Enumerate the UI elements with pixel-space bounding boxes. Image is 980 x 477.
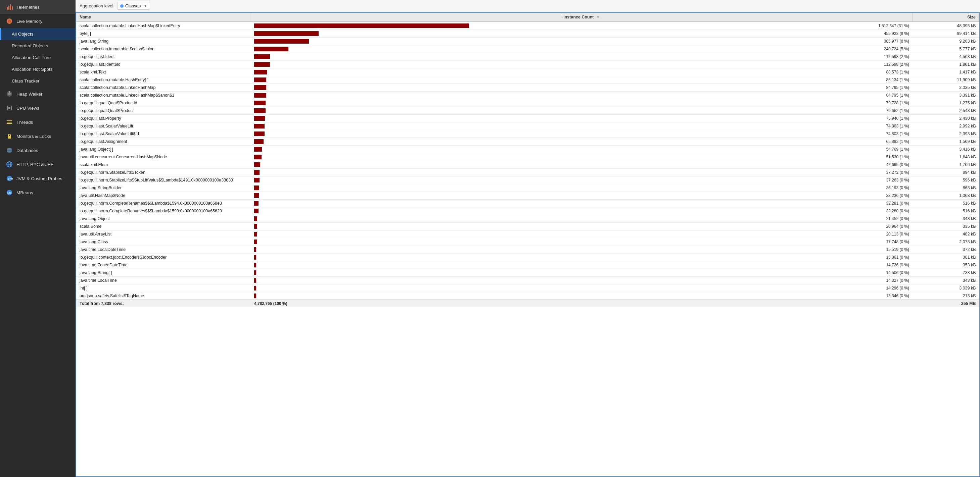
cell-count: 36,193 (0 %) — [251, 184, 913, 192]
svg-text:MBn: MBn — [7, 192, 13, 194]
table-row[interactable]: java.lang.Class17,748 (0 %)2,078 kB — [76, 238, 979, 246]
svg-rect-14 — [8, 136, 11, 138]
cell-size: 2,548 kB — [913, 107, 979, 115]
svg-rect-1 — [8, 6, 10, 10]
sidebar-item-allocation-hot-spots[interactable]: Allocation Hot Spots — [0, 63, 76, 75]
sidebar-item-http-rpc-jee[interactable]: HTTP, RPC & JEE — [0, 157, 76, 171]
cell-size: 2,393 kB — [913, 130, 979, 138]
table-row[interactable]: scala.xml.Elem42,665 (0 %)1,706 kB — [76, 161, 979, 169]
sidebar-item-heap-walker[interactable]: Heap Walker — [0, 87, 76, 101]
cell-size: 482 kB — [913, 230, 979, 238]
svg-point-7 — [8, 93, 11, 95]
table-row[interactable]: io.getquill.norm.StablizeLifts$Token37,2… — [76, 169, 979, 176]
col-header-size[interactable]: Size — [913, 13, 979, 22]
table-row[interactable]: io.getquill.quat.Quat$Product79,652 (1 %… — [76, 107, 979, 115]
table-row[interactable]: java.util.concurrent.ConcurrentHashMap$N… — [76, 153, 979, 161]
table-row[interactable]: scala.collection.mutable.HashEntry[ ]85,… — [76, 76, 979, 84]
table-row[interactable]: io.getquill.ast.ScalarValueLift74,803 (1… — [76, 122, 979, 130]
sidebar-item-monitors-locks[interactable]: Monitors & Locks — [0, 129, 76, 143]
cell-name: java.time.LocalTime — [76, 277, 251, 284]
table-row[interactable]: scala.collection.immutable.$colon$colon2… — [76, 45, 979, 53]
cell-count: 79,728 (1 %) — [251, 99, 913, 107]
col-header-name[interactable]: Name — [76, 13, 251, 22]
table-row[interactable]: java.time.ZonedDateTime14,726 (0 %)353 k… — [76, 261, 979, 269]
sidebar-item-mbeans[interactable]: MBn MBeans — [0, 185, 76, 200]
sidebar-item-telemetries[interactable]: Telemetries — [0, 0, 76, 14]
sidebar-item-live-memory[interactable]: Live Memory — [0, 14, 76, 28]
cell-size: 516 kB — [913, 207, 979, 215]
memory-icon — [6, 17, 13, 25]
table-row[interactable]: io.getquill.norm.CompleteRenames$$$Lambd… — [76, 207, 979, 215]
count-label: 15,061 (0 %) — [886, 255, 909, 260]
table-row[interactable]: scala.xml.Text88,573 (1 %)1,417 kB — [76, 68, 979, 76]
col-header-count[interactable]: Instance Count ▼ — [251, 13, 913, 22]
cell-count: 21,452 (0 %) — [251, 215, 913, 223]
table-row[interactable]: org.jsoup.safety.Safelist$TagName13,346 … — [76, 292, 979, 300]
cell-name: io.getquill.ast.ScalarValueLift — [76, 122, 251, 130]
sidebar-item-recorded-objects[interactable]: Recorded Objects — [0, 40, 76, 52]
table-row[interactable]: io.getquill.quat.Quat$ProductId79,728 (1… — [76, 99, 979, 107]
sidebar-item-allocation-call-tree[interactable]: Allocation Call Tree — [0, 52, 76, 63]
table-row[interactable]: int[ ]14,296 (0 %)3,039 kB — [76, 284, 979, 292]
cell-name: scala.collection.immutable.$colon$colon — [76, 45, 251, 53]
sidebar-item-databases[interactable]: Databases — [0, 143, 76, 157]
svg-text:JVM: JVM — [8, 177, 13, 181]
sidebar-item-all-objects[interactable]: All Objects — [0, 28, 76, 40]
cell-size: 1,648 kB — [913, 153, 979, 161]
cell-size: 516 kB — [913, 200, 979, 207]
chevron-down-icon: ▼ — [144, 4, 147, 8]
sidebar-item-threads[interactable]: Threads — [0, 115, 76, 129]
table-row[interactable]: byte[ ]455,923 (9 %)99,414 kB — [76, 30, 979, 38]
cell-count: 85,134 (1 %) — [251, 76, 913, 84]
total-count: 4,782,765 (100 %) — [251, 300, 913, 307]
cell-size: 2,035 kB — [913, 84, 979, 92]
table-row[interactable]: io.getquill.ast.Assignment65,382 (1 %)1,… — [76, 138, 979, 146]
svg-rect-10 — [8, 107, 10, 109]
heap-icon — [6, 90, 13, 98]
table-row[interactable]: scala.Some20,964 (0 %)335 kB — [76, 223, 979, 230]
table-row[interactable]: java.time.LocalDateTime15,519 (0 %)372 k… — [76, 246, 979, 254]
table-row[interactable]: io.getquill.ast.Ident$Id112,598 (2 %)1,8… — [76, 61, 979, 68]
sidebar-item-cpu-views[interactable]: CPU Views — [0, 101, 76, 115]
cell-size: 894 kB — [913, 169, 979, 176]
table-row[interactable]: java.lang.String[ ]14,506 (0 %)738 kB — [76, 269, 979, 277]
sidebar-item-class-tracker[interactable]: Class Tracker — [0, 75, 76, 87]
table-row[interactable]: java.lang.Object21,452 (0 %)343 kB — [76, 215, 979, 223]
table-row[interactable]: io.getquill.ast.Property75,940 (1 %)2,43… — [76, 115, 979, 122]
main-content: Aggregation level: Classes ▼ Name Instan… — [76, 0, 980, 477]
table-row[interactable]: java.lang.StringBuilder36,193 (0 %)868 k… — [76, 184, 979, 192]
table-row[interactable]: io.getquill.norm.CompleteRenames$$$Lambd… — [76, 200, 979, 207]
table-row[interactable]: scala.collection.mutable.LinkedHashMap$$… — [76, 92, 979, 99]
table-row[interactable]: java.util.HashMap$Node33,236 (0 %)1,063 … — [76, 192, 979, 200]
count-label: 32,281 (0 %) — [886, 201, 909, 206]
count-label: 14,327 (0 %) — [886, 278, 909, 283]
sort-desc-icon: ▼ — [596, 15, 600, 19]
table-row[interactable]: java.util.ArrayList20,113 (0 %)482 kB — [76, 230, 979, 238]
svg-rect-12 — [7, 122, 12, 122]
cell-count: 84,795 (1 %) — [251, 84, 913, 92]
objects-table-container: Name Instance Count ▼ Size scala.collect… — [76, 12, 980, 477]
count-label: 17,748 (0 %) — [886, 239, 909, 244]
table-row[interactable]: java.lang.Object[ ]54,769 (1 %)3,416 kB — [76, 146, 979, 153]
table-row[interactable]: scala.collection.mutable.LinkedHashMap$L… — [76, 22, 979, 30]
table-row[interactable]: io.getquill.ast.ScalarValueLift$Id74,803… — [76, 130, 979, 138]
cell-size: 4,503 kB — [913, 53, 979, 61]
sidebar-item-mbeans-label: MBeans — [16, 190, 33, 195]
count-label: 14,296 (0 %) — [886, 286, 909, 290]
count-label: 42,665 (0 %) — [886, 162, 909, 167]
table-row[interactable]: java.time.LocalTime14,327 (0 %)343 kB — [76, 277, 979, 284]
table-row[interactable]: java.lang.String385,977 (8 %)9,263 kB — [76, 38, 979, 45]
sidebar-item-jvm-custom-probes[interactable]: JVM JVM & Custom Probes — [0, 171, 76, 185]
table-row[interactable]: scala.collection.mutable.LinkedHashMap84… — [76, 84, 979, 92]
table-row[interactable]: io.getquill.ast.Ident112,598 (2 %)4,503 … — [76, 53, 979, 61]
aggregation-dropdown[interactable]: Classes ▼ — [117, 2, 150, 10]
table-row[interactable]: io.getquill.norm.StablizeLifts$StubLiftV… — [76, 176, 979, 184]
table-row[interactable]: io.getquill.context.jdbc.Encoders$JdbcEn… — [76, 254, 979, 261]
mbeans-icon: MBn — [6, 189, 13, 196]
cell-size: 1,801 kB — [913, 61, 979, 68]
cell-name: java.time.ZonedDateTime — [76, 261, 251, 269]
cell-name: io.getquill.ast.Assignment — [76, 138, 251, 146]
chart-icon — [6, 3, 13, 11]
cell-count: 74,803 (1 %) — [251, 122, 913, 130]
cell-count: 13,346 (0 %) — [251, 292, 913, 300]
